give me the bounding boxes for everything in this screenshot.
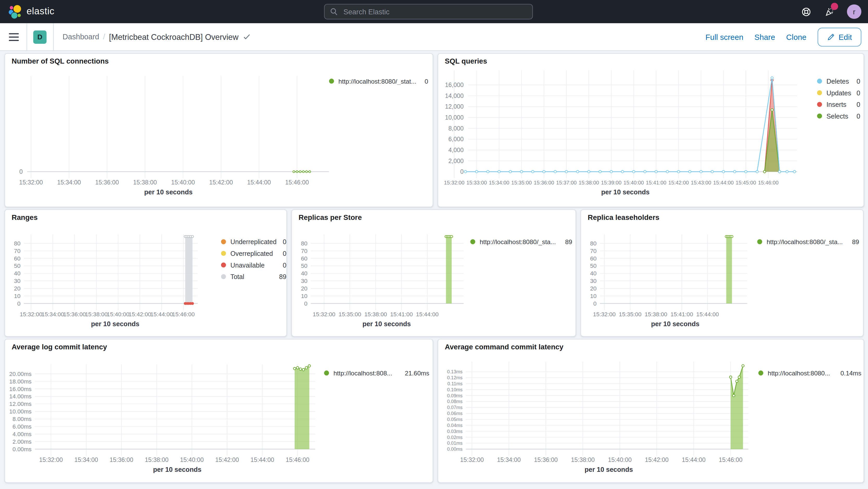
- help-icon[interactable]: [801, 6, 812, 17]
- legend-item[interactable]: http://localhost:8080/_sta...89: [470, 236, 572, 248]
- svg-text:15:45:00: 15:45:00: [736, 180, 756, 185]
- svg-text:40: 40: [14, 270, 21, 277]
- menu-icon[interactable]: [9, 33, 19, 41]
- svg-text:0.08ms: 0.08ms: [447, 399, 463, 404]
- series-replicas: [445, 236, 453, 304]
- svg-text:15:32:00: 15:32:00: [593, 311, 616, 317]
- svg-text:0.06ms: 0.06ms: [447, 411, 463, 416]
- full-screen-button[interactable]: Full screen: [706, 33, 744, 41]
- svg-text:15:38:00: 15:38:00: [85, 311, 107, 317]
- legend-item[interactable]: Unavailable0: [221, 259, 286, 271]
- legend-item[interactable]: Underreplicated0: [221, 236, 286, 248]
- svg-text:6.00ms: 6.00ms: [12, 423, 32, 430]
- chart-legend: http://localhost:8080/_stat...0: [329, 75, 428, 87]
- svg-text:15:36:00: 15:36:00: [95, 179, 119, 186]
- legend-item[interactable]: http://localhost:8080...0.14ms: [758, 367, 862, 379]
- svg-text:14.00ms: 14.00ms: [9, 393, 32, 400]
- svg-text:0.01ms: 0.01ms: [447, 440, 463, 446]
- legend-item[interactable]: http://localhost:8080/_sta...89: [757, 236, 859, 248]
- dashboard-title[interactable]: [Metricbeat CockroachDB] Overview: [109, 32, 250, 41]
- svg-text:0: 0: [304, 300, 307, 307]
- svg-text:15:35:00: 15:35:00: [511, 180, 532, 185]
- legend-label: Total: [230, 273, 276, 281]
- legend-value: 89: [849, 238, 859, 245]
- legend-color-dot: [324, 370, 329, 375]
- legend-item[interactable]: Total89: [221, 271, 286, 282]
- grid: [466, 362, 748, 456]
- svg-text:10: 10: [301, 293, 308, 299]
- svg-text:50: 50: [301, 263, 308, 269]
- svg-text:15:40:00: 15:40:00: [180, 456, 204, 463]
- svg-text:15:38:00: 15:38:00: [579, 180, 599, 185]
- svg-text:0: 0: [593, 300, 596, 307]
- grid: [311, 234, 464, 310]
- x-axis-title: per 10 seconds: [153, 466, 202, 473]
- x-axis-labels: 15:32:0015:34:0015:36:0015:38:0015:40:00…: [19, 179, 309, 186]
- legend-item[interactable]: Overreplicated0: [221, 247, 286, 259]
- legend-item[interactable]: Deletes0: [817, 75, 860, 87]
- svg-text:15:37:00: 15:37:00: [556, 180, 577, 185]
- y-axis-labels: 01020304050607080: [590, 240, 597, 307]
- svg-text:15:41:00: 15:41:00: [390, 311, 413, 317]
- legend-value: 89: [562, 238, 572, 245]
- newsfeed-icon[interactable]: [824, 6, 835, 17]
- breadcrumb-dashboard[interactable]: Dashboard: [62, 33, 99, 41]
- x-axis-labels: 15:32:0015:35:0015:38:0015:41:0015:44:00: [313, 311, 439, 317]
- legend-item[interactable]: http://localhost:8080/_stat...0: [329, 75, 428, 87]
- legend-item[interactable]: Inserts0: [817, 98, 860, 110]
- legend-color-dot: [470, 239, 475, 244]
- svg-text:60: 60: [301, 255, 308, 262]
- svg-text:10.00ms: 10.00ms: [9, 408, 32, 415]
- svg-text:20: 20: [590, 285, 597, 292]
- clone-button[interactable]: Clone: [786, 33, 807, 41]
- elastic-logo[interactable]: elastic: [8, 4, 55, 19]
- svg-text:6,000: 6,000: [448, 136, 464, 143]
- legend-item[interactable]: http://localhost:808...21.60ms: [324, 367, 429, 379]
- svg-text:60: 60: [590, 255, 597, 262]
- svg-text:15:36:00: 15:36:00: [534, 180, 554, 185]
- svg-text:0.11ms: 0.11ms: [447, 381, 463, 386]
- x-axis-title: per 10 seconds: [144, 188, 193, 196]
- legend-item[interactable]: Updates0: [817, 87, 860, 99]
- svg-text:15:42:00: 15:42:00: [645, 456, 669, 463]
- svg-text:0.05ms: 0.05ms: [447, 417, 463, 422]
- edit-button[interactable]: Edit: [817, 28, 861, 47]
- legend-color-dot: [221, 239, 226, 244]
- y-axis-labels: 01020304050607080: [301, 240, 308, 307]
- logo-wordmark: elastic: [27, 6, 55, 17]
- y-axis-labels: 0.00ms0.01ms0.02ms0.03ms0.04ms0.05ms0.06…: [447, 369, 463, 452]
- series-leaseholders: [725, 236, 733, 304]
- panel-number-of-sql-connections: Number of SQL connections 015:32:0015:34…: [4, 53, 433, 207]
- svg-text:15:32:00: 15:32:00: [460, 456, 484, 463]
- space-badge[interactable]: D: [33, 30, 46, 43]
- panel-replica-leaseholders: Replica leaseholders 0102030405060708015…: [581, 210, 864, 337]
- global-search[interactable]: [324, 4, 533, 20]
- share-button[interactable]: Share: [754, 33, 775, 41]
- svg-text:10,000: 10,000: [445, 114, 464, 121]
- legend-label: Inserts: [826, 100, 853, 109]
- series-command-commit-latency: [730, 364, 744, 449]
- user-avatar[interactable]: r: [847, 4, 861, 19]
- svg-text:15:32:00: 15:32:00: [444, 180, 465, 185]
- svg-text:15:36:00: 15:36:00: [110, 456, 133, 463]
- x-axis-title: per 10 seconds: [91, 320, 140, 328]
- chart-average-log-commit-latency: 0.00ms2.00ms4.00ms6.00ms8.00ms10.00ms12.…: [5, 339, 433, 482]
- svg-text:70: 70: [590, 248, 597, 254]
- svg-text:15:32:00: 15:32:00: [20, 311, 42, 317]
- legend-value: 21.60ms: [402, 370, 429, 376]
- svg-text:30: 30: [301, 278, 308, 284]
- x-axis-labels: 15:32:0015:34:0015:36:0015:38:0015:40:00…: [460, 456, 742, 463]
- svg-text:14,000: 14,000: [445, 92, 464, 99]
- svg-text:2,000: 2,000: [448, 158, 464, 164]
- svg-text:15:44:00: 15:44:00: [696, 311, 719, 317]
- svg-text:15:41:00: 15:41:00: [646, 180, 666, 185]
- legend-value: 0: [279, 261, 286, 269]
- legend-color-dot: [221, 274, 226, 279]
- legend-label: Unavailable: [230, 261, 279, 269]
- edit-button-label: Edit: [839, 33, 852, 41]
- legend-label: Updates: [826, 89, 853, 97]
- svg-text:20: 20: [14, 285, 21, 292]
- search-input[interactable]: [342, 7, 511, 17]
- svg-text:15:34:00: 15:34:00: [41, 311, 64, 317]
- legend-item[interactable]: Selects0: [817, 110, 860, 122]
